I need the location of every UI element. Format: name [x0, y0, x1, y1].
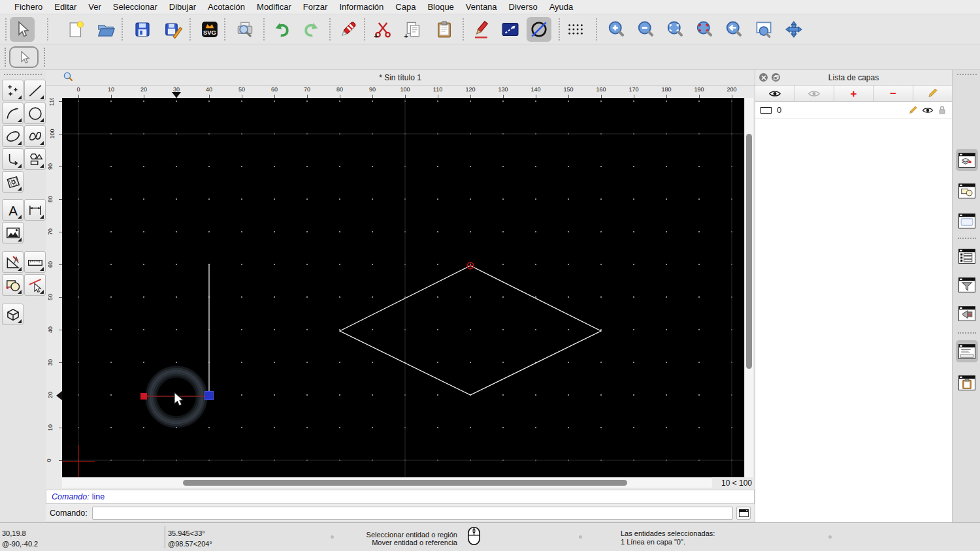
undo-icon: [272, 20, 291, 39]
clipboard-window-button[interactable]: [956, 371, 978, 394]
tool-circle-button[interactable]: [24, 102, 46, 124]
tool-explode-button[interactable]: [2, 274, 24, 296]
save-button[interactable]: [130, 17, 155, 42]
text-icon: A: [5, 202, 22, 219]
tool-spline-button[interactable]: [24, 125, 46, 147]
command-line-window-button[interactable]: [956, 340, 978, 362]
undo-button[interactable]: [269, 17, 294, 42]
layer-row[interactable]: 0: [755, 102, 952, 119]
horizontal-scrollbar[interactable]: [62, 477, 712, 488]
strip-drag-handle[interactable]: [957, 74, 977, 75]
zoom-out-button[interactable]: [633, 17, 658, 42]
library-browser-window-button[interactable]: [956, 210, 978, 232]
new-document-button[interactable]: [63, 17, 88, 42]
menu-ver[interactable]: Ver: [82, 2, 107, 12]
zoom-pan-button[interactable]: [781, 17, 806, 42]
zoom-window-icon: [754, 20, 774, 39]
menu-ventana[interactable]: Ventana: [460, 2, 503, 12]
tool-cube3d-button[interactable]: [2, 304, 24, 325]
command-input[interactable]: [92, 507, 733, 520]
tool-shapes-button[interactable]: [24, 148, 46, 170]
vertical-scrollbar-thumb[interactable]: [746, 134, 752, 369]
layer-lock-icon[interactable]: [938, 105, 947, 116]
tool-measure-button[interactable]: [2, 251, 24, 273]
menu-ayuda[interactable]: Ayuda: [544, 2, 580, 12]
vruler-label: 100: [49, 129, 56, 138]
print-preview-button[interactable]: [233, 17, 257, 42]
mouse-icon: [466, 526, 482, 547]
palette-drag-handle[interactable]: [4, 74, 42, 75]
tool-dimension-button[interactable]: [24, 199, 46, 221]
tool-line-button[interactable]: [24, 80, 46, 101]
copy-button[interactable]: +: [400, 17, 425, 42]
tool-text-button[interactable]: A: [2, 199, 24, 221]
command-keyboard-toggle-button[interactable]: [736, 507, 751, 520]
vertical-scrollbar[interactable]: [744, 98, 753, 477]
layer-edit-icon[interactable]: [907, 105, 918, 116]
filter-window-button[interactable]: [956, 274, 978, 296]
document-title: * Sin título 1: [46, 73, 755, 82]
hruler-label: 180: [661, 86, 671, 93]
tool-arc-button[interactable]: [2, 102, 24, 124]
save-as-button[interactable]: [161, 17, 186, 42]
tool-polyline-button[interactable]: [2, 148, 24, 170]
add-layer-button[interactable]: +: [834, 86, 874, 102]
menu-acotación[interactable]: Acotación: [202, 2, 251, 12]
select-button[interactable]: [10, 17, 35, 42]
cut-button[interactable]: +: [370, 17, 395, 42]
float-panel-button[interactable]: [772, 73, 780, 82]
entity-list-window-button[interactable]: [956, 245, 978, 267]
tool-ellipse-button[interactable]: [2, 125, 24, 147]
menu-información[interactable]: Información: [333, 2, 389, 12]
draw-order-button[interactable]: [498, 17, 523, 42]
close-panel-button[interactable]: [759, 73, 768, 82]
tool-modify-line-button[interactable]: [24, 274, 46, 296]
entity-list-window-icon: [957, 247, 977, 265]
edit-entity-button[interactable]: [469, 17, 494, 42]
grid-status: 10 < 100: [721, 479, 752, 488]
hide-all-layers-button[interactable]: [794, 86, 834, 102]
redo-button[interactable]: [299, 17, 324, 42]
menu-modificar[interactable]: Modificar: [251, 2, 297, 12]
tool-image-button[interactable]: [2, 222, 24, 244]
endpoint-handle-blue[interactable]: [205, 392, 214, 400]
zoom-previous-button[interactable]: [721, 17, 746, 42]
zoom-in-button[interactable]: [604, 17, 629, 42]
restrict-nothing-button[interactable]: [527, 17, 551, 42]
drawing-canvas[interactable]: [62, 98, 744, 477]
horizontal-scrollbar-thumb[interactable]: [183, 480, 627, 486]
layer-visibility-icon[interactable]: [922, 106, 934, 114]
menu-dibujar[interactable]: Dibujar: [163, 2, 202, 12]
export-svg-button[interactable]: SVG: [197, 17, 222, 42]
librecad-window: FicheroEditarVerSeleccionarDibujarAcotac…: [0, 0, 980, 551]
endpoint-handle-red[interactable]: [140, 393, 147, 400]
remove-layer-button[interactable]: −: [874, 86, 913, 102]
measure-icon: [5, 254, 22, 271]
snap-grid-button[interactable]: [563, 17, 588, 42]
menu-diverso[interactable]: Diverso: [503, 2, 544, 12]
menu-forzar[interactable]: Forzar: [297, 2, 334, 12]
delete-button[interactable]: [336, 17, 361, 42]
open-button[interactable]: [93, 17, 118, 42]
edit-layer-button[interactable]: [913, 86, 952, 102]
open-folder-icon: [96, 20, 116, 39]
menu-capa[interactable]: Capa: [389, 2, 421, 12]
block-list-window-button[interactable]: [956, 180, 978, 202]
menu-fichero[interactable]: Fichero: [8, 2, 48, 12]
tool-hatch-button[interactable]: [2, 171, 24, 193]
menu-editar[interactable]: Editar: [48, 2, 82, 12]
command-messages-window-button[interactable]: [956, 302, 978, 324]
select-tool-button[interactable]: [9, 46, 39, 68]
library-browser-window-icon: [957, 212, 977, 230]
diamond-entity[interactable]: [340, 266, 601, 395]
zoom-window-button[interactable]: [751, 17, 776, 42]
zoom-redraw-button[interactable]: [692, 17, 717, 42]
show-all-layers-button[interactable]: [755, 86, 794, 102]
zoom-auto-button[interactable]: [662, 17, 687, 42]
menu-bloque[interactable]: Bloque: [421, 2, 459, 12]
tool-ruler-button[interactable]: [24, 251, 46, 273]
layer-list-window-button[interactable]: [956, 149, 978, 171]
tool-points-button[interactable]: [2, 80, 24, 101]
paste-button[interactable]: [432, 17, 457, 42]
menu-seleccionar[interactable]: Seleccionar: [107, 2, 163, 12]
